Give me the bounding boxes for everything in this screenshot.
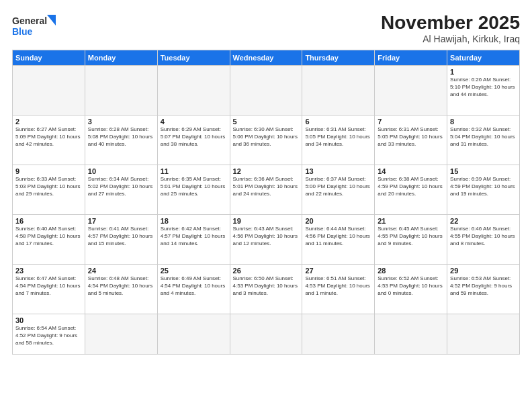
day-info: Sunrise: 6:31 AM Sunset: 5:05 PM Dayligh… — [305, 126, 371, 148]
header-thursday: Thursday — [302, 50, 375, 66]
table-row: 18Sunrise: 6:42 AM Sunset: 4:57 PM Dayli… — [157, 215, 230, 265]
day-info: Sunrise: 6:53 AM Sunset: 4:52 PM Dayligh… — [450, 275, 517, 297]
header-saturday: Saturday — [447, 50, 520, 66]
table-row: 30Sunrise: 6:54 AM Sunset: 4:52 PM Dayli… — [13, 314, 85, 355]
day-number: 14 — [378, 167, 444, 175]
day-number: 21 — [378, 217, 444, 225]
day-number: 6 — [305, 118, 371, 126]
day-info: Sunrise: 6:36 AM Sunset: 5:01 PM Dayligh… — [233, 176, 300, 197]
day-number: 28 — [378, 267, 444, 275]
day-info: Sunrise: 6:42 AM Sunset: 4:57 PM Dayligh… — [161, 226, 227, 247]
day-number: 18 — [161, 217, 227, 225]
day-number: 19 — [233, 217, 300, 225]
table-row: 11Sunrise: 6:35 AM Sunset: 5:01 PM Dayli… — [157, 165, 230, 215]
header: GeneralBlue November 2025 Al Hawijah, Ki… — [12, 12, 520, 44]
table-row: 16Sunrise: 6:40 AM Sunset: 4:58 PM Dayli… — [13, 215, 85, 265]
table-row: 29Sunrise: 6:53 AM Sunset: 4:52 PM Dayli… — [447, 265, 520, 314]
day-info: Sunrise: 6:32 AM Sunset: 5:04 PM Dayligh… — [450, 126, 517, 148]
day-number: 11 — [161, 167, 227, 175]
day-number: 12 — [233, 167, 300, 175]
day-info: Sunrise: 6:44 AM Sunset: 4:56 PM Dayligh… — [305, 226, 371, 247]
day-info: Sunrise: 6:34 AM Sunset: 5:02 PM Dayligh… — [88, 176, 154, 197]
day-info: Sunrise: 6:31 AM Sunset: 5:05 PM Dayligh… — [378, 126, 444, 148]
day-number: 10 — [88, 167, 154, 175]
table-row: 12Sunrise: 6:36 AM Sunset: 5:01 PM Dayli… — [230, 165, 302, 215]
day-number: 3 — [88, 118, 154, 126]
table-row — [230, 66, 302, 116]
table-row: 5Sunrise: 6:30 AM Sunset: 5:06 PM Daylig… — [230, 116, 302, 165]
table-row: 23Sunrise: 6:47 AM Sunset: 4:54 PM Dayli… — [13, 265, 85, 314]
table-row: 20Sunrise: 6:44 AM Sunset: 4:56 PM Dayli… — [302, 215, 375, 265]
calendar-subtitle: Al Hawijah, Kirkuk, Iraq — [381, 34, 520, 44]
table-row: 25Sunrise: 6:49 AM Sunset: 4:54 PM Dayli… — [157, 265, 230, 314]
day-number: 5 — [233, 118, 300, 126]
day-number: 22 — [450, 217, 517, 225]
table-row: 21Sunrise: 6:45 AM Sunset: 4:55 PM Dayli… — [375, 215, 447, 265]
day-info: Sunrise: 6:33 AM Sunset: 5:03 PM Dayligh… — [15, 176, 82, 197]
calendar-table: Sunday Monday Tuesday Wednesday Thursday… — [12, 50, 520, 355]
day-number: 8 — [450, 118, 517, 126]
title-block: November 2025 Al Hawijah, Kirkuk, Iraq — [381, 12, 520, 44]
day-number: 30 — [15, 316, 82, 324]
day-number: 29 — [450, 267, 517, 275]
table-row — [157, 314, 230, 355]
table-row: 7Sunrise: 6:31 AM Sunset: 5:05 PM Daylig… — [375, 116, 447, 165]
day-number: 26 — [233, 267, 300, 275]
day-info: Sunrise: 6:46 AM Sunset: 4:55 PM Dayligh… — [450, 226, 517, 247]
day-info: Sunrise: 6:43 AM Sunset: 4:56 PM Dayligh… — [233, 226, 300, 247]
day-info: Sunrise: 6:28 AM Sunset: 5:08 PM Dayligh… — [88, 126, 154, 148]
table-row: 6Sunrise: 6:31 AM Sunset: 5:05 PM Daylig… — [302, 116, 375, 165]
table-row: 15Sunrise: 6:39 AM Sunset: 4:59 PM Dayli… — [447, 165, 520, 215]
day-number: 9 — [15, 167, 82, 175]
header-tuesday: Tuesday — [157, 50, 230, 66]
table-row: 22Sunrise: 6:46 AM Sunset: 4:55 PM Dayli… — [447, 215, 520, 265]
day-info: Sunrise: 6:52 AM Sunset: 4:53 PM Dayligh… — [378, 275, 444, 297]
day-info: Sunrise: 6:48 AM Sunset: 4:54 PM Dayligh… — [88, 275, 154, 297]
day-number: 4 — [161, 118, 227, 126]
table-row — [157, 66, 230, 116]
table-row: 27Sunrise: 6:51 AM Sunset: 4:53 PM Dayli… — [302, 265, 375, 314]
table-row — [13, 66, 85, 116]
day-info: Sunrise: 6:39 AM Sunset: 4:59 PM Dayligh… — [450, 176, 517, 197]
table-row — [375, 66, 447, 116]
table-row — [230, 314, 302, 355]
table-row: 3Sunrise: 6:28 AM Sunset: 5:08 PM Daylig… — [85, 116, 157, 165]
header-friday: Friday — [375, 50, 447, 66]
table-row: 17Sunrise: 6:41 AM Sunset: 4:57 PM Dayli… — [85, 215, 157, 265]
day-number: 1 — [450, 68, 517, 76]
table-row — [447, 314, 520, 355]
calendar-title: November 2025 — [381, 12, 520, 34]
day-number: 17 — [88, 217, 154, 225]
header-sunday: Sunday — [13, 50, 85, 66]
day-info: Sunrise: 6:35 AM Sunset: 5:01 PM Dayligh… — [161, 176, 227, 197]
day-info: Sunrise: 6:40 AM Sunset: 4:58 PM Dayligh… — [15, 226, 82, 247]
table-row: 1Sunrise: 6:26 AM Sunset: 5:10 PM Daylig… — [447, 66, 520, 116]
table-row — [85, 66, 157, 116]
day-info: Sunrise: 6:26 AM Sunset: 5:10 PM Dayligh… — [450, 77, 517, 98]
day-number: 15 — [450, 167, 517, 175]
day-number: 20 — [305, 217, 371, 225]
day-info: Sunrise: 6:54 AM Sunset: 4:52 PM Dayligh… — [15, 325, 82, 347]
day-info: Sunrise: 6:27 AM Sunset: 5:09 PM Dayligh… — [15, 126, 82, 148]
day-info: Sunrise: 6:45 AM Sunset: 4:55 PM Dayligh… — [378, 226, 444, 247]
table-row: 8Sunrise: 6:32 AM Sunset: 5:04 PM Daylig… — [447, 116, 520, 165]
table-row: 26Sunrise: 6:50 AM Sunset: 4:53 PM Dayli… — [230, 265, 302, 314]
header-wednesday: Wednesday — [230, 50, 302, 66]
day-number: 23 — [15, 267, 82, 275]
svg-marker-2 — [47, 15, 56, 26]
day-number: 25 — [161, 267, 227, 275]
table-row — [375, 314, 447, 355]
day-number: 2 — [15, 118, 82, 126]
table-row: 28Sunrise: 6:52 AM Sunset: 4:53 PM Dayli… — [375, 265, 447, 314]
table-row — [302, 66, 375, 116]
table-row: 9Sunrise: 6:33 AM Sunset: 5:03 PM Daylig… — [13, 165, 85, 215]
table-row: 14Sunrise: 6:38 AM Sunset: 4:59 PM Dayli… — [375, 165, 447, 215]
table-row — [302, 314, 375, 355]
table-row — [85, 314, 157, 355]
day-info: Sunrise: 6:49 AM Sunset: 4:54 PM Dayligh… — [161, 275, 227, 297]
table-row: 19Sunrise: 6:43 AM Sunset: 4:56 PM Dayli… — [230, 215, 302, 265]
day-info: Sunrise: 6:38 AM Sunset: 4:59 PM Dayligh… — [378, 176, 444, 197]
table-row: 2Sunrise: 6:27 AM Sunset: 5:09 PM Daylig… — [13, 116, 85, 165]
table-row: 4Sunrise: 6:29 AM Sunset: 5:07 PM Daylig… — [157, 116, 230, 165]
weekday-header-row: Sunday Monday Tuesday Wednesday Thursday… — [13, 50, 520, 66]
